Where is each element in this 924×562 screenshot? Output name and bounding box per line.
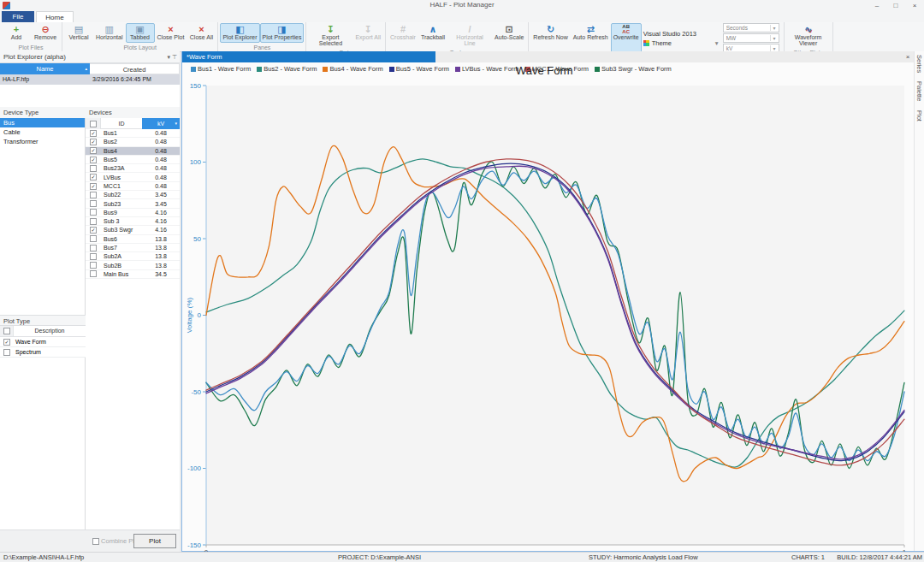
vertical-button[interactable]: ▤Vertical [64, 23, 93, 43]
combine-plot-box[interactable] [92, 538, 99, 545]
device-checkbox[interactable] [90, 139, 97, 145]
waveform-viewer-button[interactable]: ∿Waveform Viewer [786, 23, 831, 48]
close-plot-button[interactable]: ×Close Plot [155, 23, 187, 43]
device-row[interactable]: Bus10.48 [86, 129, 180, 138]
remove-button[interactable]: ⊖Remove [31, 23, 60, 43]
horizontal-line-button[interactable]: /Horizontal Line [447, 23, 492, 48]
legend-item-bus2[interactable]: Bus2 - Wave Form [257, 65, 317, 73]
legend-item-bus4[interactable]: Bus4 - Wave Form [323, 65, 382, 73]
maximize-button[interactable]: □ [886, 0, 905, 11]
dropdown-icon[interactable]: ▾ [167, 54, 170, 60]
legend-item-bus1[interactable]: Bus1 - Wave Form [191, 65, 251, 73]
theme-dropdown[interactable]: Theme▾ [643, 39, 719, 47]
horizontal-button[interactable]: ▥Horizontal [93, 23, 126, 43]
refresh-now-button[interactable]: ↻Refresh Now [530, 23, 570, 53]
device-checkbox[interactable] [90, 270, 97, 277]
device-row[interactable]: Bus94.16 [86, 209, 180, 217]
device-row[interactable]: Bus713.8 [86, 244, 180, 252]
plot-type-select-all-checkbox[interactable] [3, 328, 10, 334]
side-tab-series[interactable]: Series [915, 55, 923, 73]
tab-home[interactable]: Home [36, 11, 74, 22]
add-button[interactable]: +Add [2, 23, 31, 43]
device-checkbox[interactable] [90, 245, 97, 251]
device-kv: 4.16 [142, 218, 180, 224]
device-row[interactable]: Sub3 Swgr4.16 [86, 226, 180, 234]
column-header-name[interactable]: Name▴ [0, 63, 90, 74]
device-row[interactable]: Bus613.8 [86, 235, 180, 244]
export-all-button[interactable]: ↧Export All [352, 23, 383, 48]
plot-type-checkbox[interactable] [3, 349, 10, 356]
device-checkbox[interactable] [90, 174, 97, 180]
side-tab-plot[interactable]: Plot [915, 110, 923, 121]
device-checkbox[interactable] [90, 165, 97, 172]
export-selected-button[interactable]: ↧Export Selected [308, 23, 352, 48]
device-type-item-bus[interactable]: Bus [0, 118, 85, 127]
plot-type-checkbox[interactable] [3, 339, 10, 346]
device-row[interactable]: Main Bus34.5 [86, 270, 180, 279]
plot-type-row[interactable]: Spectrum [0, 347, 86, 358]
device-checkbox[interactable] [90, 157, 97, 163]
side-tab-palette[interactable]: Palette [915, 81, 923, 101]
select-all-checkbox-cell[interactable] [86, 118, 101, 129]
plot-properties-button[interactable]: ◨Plot Properties [260, 23, 305, 43]
device-checkbox[interactable] [90, 183, 97, 190]
combo-mw[interactable]: MW▾ [723, 33, 779, 43]
device-row[interactable]: Bus23A0.48 [86, 164, 180, 173]
device-row[interactable]: Bus40.48 [86, 147, 180, 156]
tab-file[interactable]: File [2, 11, 34, 22]
device-row[interactable]: Bus50.48 [86, 156, 180, 164]
device-checkbox[interactable] [90, 130, 97, 137]
device-row[interactable]: Sub2B13.8 [86, 261, 180, 269]
chevron-down-icon[interactable]: ▾ [770, 45, 779, 51]
column-header-id[interactable]: ID [101, 118, 142, 129]
legend-item-sub3-swgr[interactable]: Sub3 Swgr - Wave Form [595, 65, 672, 73]
legend-item-bus5[interactable]: Bus5 - Wave Form [389, 65, 449, 73]
overwrite-button[interactable]: ABACOverwrite [611, 23, 642, 53]
device-row[interactable]: LVBus0.48 [86, 173, 180, 181]
device-row[interactable]: Sub 34.16 [86, 217, 180, 226]
chevron-down-icon[interactable]: ▾ [770, 25, 779, 31]
device-checkbox[interactable] [90, 262, 97, 269]
close-document-icon[interactable]: × [902, 51, 914, 62]
column-header-kv[interactable]: kV▾ [142, 118, 180, 129]
auto-scale-button[interactable]: ⊡Auto-Scale [492, 23, 526, 48]
column-header-created[interactable]: Created [90, 63, 180, 74]
column-header-description[interactable]: Description [14, 326, 86, 336]
plot-explorer-button[interactable]: ◧Plot Explorer [220, 23, 259, 43]
device-checkbox[interactable] [90, 227, 97, 234]
device-checkbox[interactable] [90, 235, 97, 242]
device-type-item-transformer[interactable]: Transformer [0, 137, 85, 146]
device-checkbox[interactable] [90, 200, 97, 207]
combine-plot-checkbox[interactable]: Combine Plot [92, 537, 139, 545]
select-all-checkbox[interactable] [90, 121, 97, 127]
minimize-button[interactable]: – [868, 0, 886, 11]
theme-selector[interactable]: Visual Studio 2013Theme▾ [643, 23, 719, 53]
device-checkbox[interactable] [90, 218, 97, 225]
legend-item-lvbus[interactable]: LVBus - Wave Form [455, 65, 519, 73]
device-row[interactable]: MCC10.48 [86, 182, 180, 191]
crosshair-button[interactable]: #Crosshair [388, 23, 418, 48]
chevron-down-icon[interactable]: ▾ [770, 35, 779, 41]
plot-button[interactable]: Plot [133, 534, 176, 548]
tabbed-button[interactable]: ▣Tabbed [126, 23, 155, 43]
close-button[interactable]: × [905, 0, 924, 11]
close-all-button[interactable]: ×Close All [187, 23, 216, 43]
device-row[interactable]: Bus20.48 [86, 138, 180, 146]
device-checkbox[interactable] [90, 192, 97, 198]
plot-file-row[interactable]: HA-LF.hfp3/29/2016 6:24:45 PM [0, 74, 180, 85]
pin-icon[interactable]: ⊤ [172, 54, 177, 60]
trackball-button[interactable]: ∧Trackball [418, 23, 447, 48]
plot-type-select-all-cell[interactable] [0, 326, 14, 336]
auto-refresh-button[interactable]: ⇄Auto Refresh [571, 23, 611, 53]
tab-wave-form[interactable]: *Wave Form [182, 51, 435, 62]
device-row[interactable]: Sub223.45 [86, 191, 180, 199]
combo-seconds[interactable]: Seconds▾ [723, 23, 779, 33]
device-row[interactable]: Sub2A13.8 [86, 252, 180, 261]
device-kv: 13.8 [142, 245, 180, 251]
plot-type-row[interactable]: Wave Form [0, 337, 86, 347]
device-checkbox[interactable] [90, 253, 97, 260]
device-row[interactable]: Sub233.45 [86, 199, 180, 208]
device-type-item-cable[interactable]: Cable [0, 127, 85, 137]
device-checkbox[interactable] [90, 147, 97, 154]
device-checkbox[interactable] [90, 209, 97, 216]
